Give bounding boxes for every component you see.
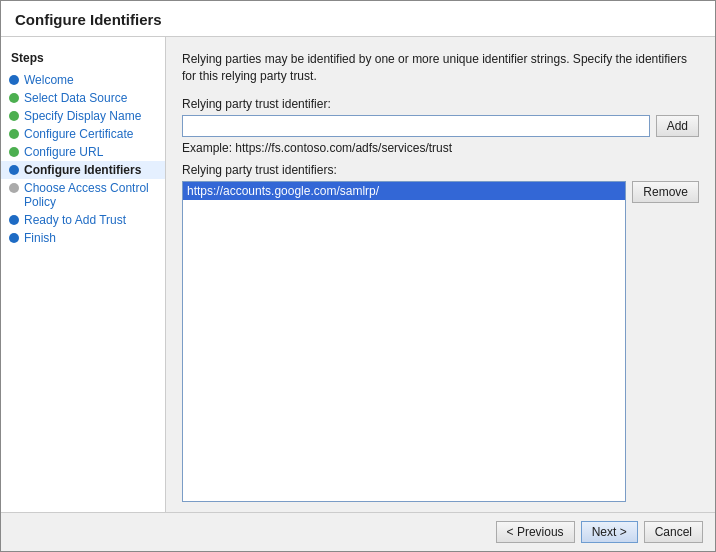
- sidebar-item-choose-access-control[interactable]: Choose Access Control Policy: [1, 179, 165, 211]
- sidebar-item-label-ready-to-add-trust: Ready to Add Trust: [24, 213, 126, 227]
- identifier-input[interactable]: [182, 115, 650, 137]
- dot-select-data-source: [9, 93, 19, 103]
- next-button[interactable]: Next >: [581, 521, 638, 543]
- identifiers-listbox[interactable]: https://accounts.google.com/samlrp/: [182, 181, 626, 502]
- add-button[interactable]: Add: [656, 115, 699, 137]
- dot-configure-certificate: [9, 129, 19, 139]
- sidebar-item-label-configure-certificate: Configure Certificate: [24, 127, 133, 141]
- remove-button[interactable]: Remove: [632, 181, 699, 203]
- sidebar: Steps Welcome Select Data Source Specify…: [1, 37, 166, 512]
- description-text: Relying parties may be identified by one…: [182, 51, 699, 85]
- sidebar-item-welcome[interactable]: Welcome: [1, 71, 165, 89]
- identifiers-label: Relying party trust identifiers:: [182, 163, 699, 177]
- dialog-title: Configure Identifiers: [1, 1, 715, 37]
- dot-configure-url: [9, 147, 19, 157]
- dot-ready-to-add-trust: [9, 215, 19, 225]
- sidebar-item-specify-display-name[interactable]: Specify Display Name: [1, 107, 165, 125]
- dialog-body: Steps Welcome Select Data Source Specify…: [1, 37, 715, 512]
- sidebar-item-configure-identifiers[interactable]: Configure Identifiers: [1, 161, 165, 179]
- identifier-label: Relying party trust identifier:: [182, 97, 699, 111]
- sidebar-item-finish[interactable]: Finish: [1, 229, 165, 247]
- sidebar-item-ready-to-add-trust[interactable]: Ready to Add Trust: [1, 211, 165, 229]
- dot-specify-display-name: [9, 111, 19, 121]
- sidebar-item-configure-certificate[interactable]: Configure Certificate: [1, 125, 165, 143]
- configure-identifiers-dialog: Configure Identifiers Steps Welcome Sele…: [0, 0, 716, 552]
- sidebar-item-label-select-data-source: Select Data Source: [24, 91, 127, 105]
- previous-button[interactable]: < Previous: [496, 521, 575, 543]
- main-content: Relying parties may be identified by one…: [166, 37, 715, 512]
- sidebar-item-label-specify-display-name: Specify Display Name: [24, 109, 141, 123]
- example-text: Example: https://fs.contoso.com/adfs/ser…: [182, 141, 699, 155]
- sidebar-steps-label: Steps: [1, 47, 165, 71]
- sidebar-item-label-welcome: Welcome: [24, 73, 74, 87]
- sidebar-item-label-configure-url: Configure URL: [24, 145, 103, 159]
- sidebar-item-label-configure-identifiers: Configure Identifiers: [24, 163, 141, 177]
- sidebar-item-label-finish: Finish: [24, 231, 56, 245]
- dot-choose-access-control: [9, 183, 19, 193]
- dot-configure-identifiers: [9, 165, 19, 175]
- dot-finish: [9, 233, 19, 243]
- identifier-input-row: Add: [182, 115, 699, 137]
- dot-welcome: [9, 75, 19, 85]
- cancel-button[interactable]: Cancel: [644, 521, 703, 543]
- sidebar-item-select-data-source[interactable]: Select Data Source: [1, 89, 165, 107]
- dialog-footer: < Previous Next > Cancel: [1, 512, 715, 551]
- list-item[interactable]: https://accounts.google.com/samlrp/: [183, 182, 625, 200]
- identifiers-list-row: https://accounts.google.com/samlrp/ Remo…: [182, 181, 699, 502]
- sidebar-item-configure-url[interactable]: Configure URL: [1, 143, 165, 161]
- sidebar-item-label-choose-access-control: Choose Access Control Policy: [24, 181, 159, 209]
